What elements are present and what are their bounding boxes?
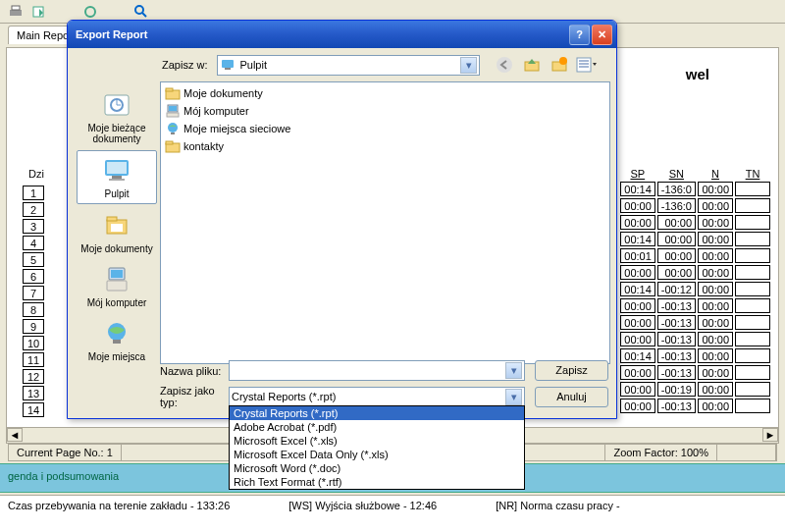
scroll-left-icon[interactable]: ◄ [7,428,23,442]
export-icon[interactable] [31,4,47,20]
svg-rect-33 [166,88,173,91]
data-cell: 00:00 [620,215,655,230]
chevron-down-icon[interactable]: ▾ [505,362,522,379]
filetype-option[interactable]: Adobe Acrobat (*.pdf) [230,420,524,434]
data-cell [735,215,770,230]
desktop-icon [220,57,236,73]
data-cell: 00:00 [657,248,696,263]
data-cell [735,332,770,346]
file-list[interactable]: Moje dokumentyMój komputerMoje miejsca s… [160,81,610,364]
svg-rect-12 [577,58,591,72]
dialog-titlebar[interactable]: Export Report ? ✕ [68,21,616,48]
file-item[interactable]: Moje dokumenty [163,84,607,102]
row-number: 9 [23,319,44,334]
filetype-combo[interactable]: Crystal Reports (*.rpt) ▾ [229,387,525,407]
col-header: SP [620,168,655,180]
data-cell: 00:00 [620,315,655,330]
row-number: 10 [23,336,44,350]
svg-rect-6 [222,60,234,68]
filename-label: Nazwa pliku: [160,365,229,377]
folder-icon [165,138,181,154]
data-cell: 00:00 [657,232,696,246]
svg-point-37 [168,123,178,133]
data-cell: 00:00 [698,348,733,363]
close-button[interactable]: ✕ [592,25,612,45]
data-cell: 00:14 [620,282,655,296]
data-cell: -00:12 [657,282,696,296]
dialog-title: Export Report [76,28,147,40]
filetype-label: Zapisz jako typ: [160,385,229,408]
row-number: 13 [23,386,44,400]
scroll-right-icon[interactable]: ► [762,428,778,442]
svg-rect-38 [171,133,175,134]
sidebar-item-label: Moje bieżące dokumenty [77,123,157,144]
sidebar-item-mój-komputer[interactable]: Mój komputer [77,260,157,312]
filename-input[interactable]: ▾ [229,360,525,381]
sidebar-item-moje-bieżące-dokumenty[interactable]: Moje bieżące dokumenty [77,85,157,148]
data-cell: -00:13 [657,399,696,413]
chevron-down-icon[interactable]: ▾ [505,389,522,405]
data-cell: 00:00 [698,399,733,413]
filetype-option[interactable]: Rich Text Format (*.rtf) [230,475,524,489]
data-cell: 00:00 [620,265,655,280]
file-item[interactable]: Moje miejsca sieciowe [163,120,607,137]
places-sidebar: Moje bieżące dokumentyPulpitMoje dokumen… [74,81,160,366]
svg-rect-26 [111,224,123,232]
zoom-indicator: Zoom Factor: 100% [605,445,717,460]
data-cell [735,232,770,246]
svg-point-8 [497,57,512,73]
svg-rect-22 [112,176,122,179]
help-button[interactable]: ? [569,25,590,45]
svg-rect-31 [113,340,121,344]
chevron-down-icon[interactable]: ▾ [460,57,477,74]
save-in-combo[interactable]: Pulpit ▾ [217,55,480,76]
footer-work-norm: [NR] Norma czasu pracy - [496,500,620,511]
up-icon[interactable] [521,54,543,76]
save-in-label: Zapisz w: [162,59,207,71]
row-numbers: 1234567891011121314 [21,184,46,419]
data-cell: 00:00 [698,298,733,313]
sidebar-item-label: Moje dokumenty [77,243,157,254]
data-cell: -136:0 [657,198,696,213]
data-cell [735,182,770,196]
sidebar-item-label: Mój komputer [77,297,157,308]
row-number: 8 [23,302,44,317]
svg-rect-29 [107,281,127,291]
data-cell [735,282,770,296]
search-icon[interactable] [133,4,149,20]
data-cell [735,265,770,280]
data-cell: 00:00 [698,265,733,280]
file-item[interactable]: kontakty [163,137,607,155]
filetype-option[interactable]: Crystal Reports (*.rpt) [230,406,524,420]
data-cell [735,315,770,330]
save-button[interactable]: Zapisz [535,360,608,381]
filetype-option[interactable]: Microsoft Excel (*.xls) [230,434,524,448]
sidebar-item-moje-miejsca[interactable]: Moje miejsca [77,314,157,366]
filetype-option[interactable]: Microsoft Excel Data Only (*.xls) [230,448,524,461]
sidebar-item-pulpit[interactable]: Pulpit [77,150,157,204]
file-item[interactable]: Mój komputer [163,102,607,120]
svg-point-11 [559,57,567,65]
col-header: N [698,168,733,180]
filetype-option[interactable]: Microsoft Word (*.doc) [230,461,524,475]
cancel-button[interactable]: Anuluj [535,387,608,407]
data-cell: -00:13 [657,348,696,363]
row-number: 3 [23,219,44,234]
print-icon[interactable] [8,4,24,20]
status-end [717,445,776,460]
view-menu-icon[interactable] [576,54,598,76]
refresh-icon[interactable] [82,4,98,20]
data-cell: 00:01 [620,248,655,263]
data-cell: -00:13 [657,298,696,313]
computer-icon [165,103,181,119]
data-cell: 00:14 [620,348,655,363]
back-icon[interactable] [494,54,515,76]
sidebar-item-moje-dokumenty[interactable]: Moje dokumenty [77,206,157,258]
svg-rect-1 [12,6,20,10]
filetype-dropdown[interactable]: Crystal Reports (*.rpt)Adobe Acrobat (*.… [229,405,525,490]
data-cell: 00:00 [620,332,655,346]
row-number: 5 [23,252,44,267]
data-cell: 00:14 [620,232,655,246]
export-dialog: Export Report ? ✕ Zapisz w: Pulpit ▾ Moj… [67,20,617,419]
new-folder-icon[interactable] [549,54,570,76]
